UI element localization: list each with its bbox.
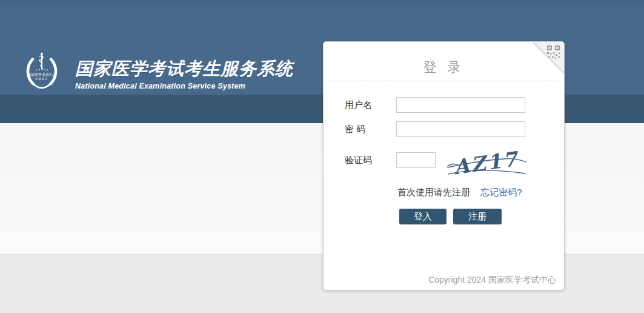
captcha-text: AZ17 [451, 147, 520, 178]
captcha-label: 验证码 [345, 152, 372, 168]
password-input[interactable] [396, 121, 525, 137]
qr-code-icon [546, 45, 561, 59]
site-title: 国家医学考试考生服务系统 [75, 57, 293, 81]
register-hint-text: 首次使用请先注册 [397, 187, 470, 197]
captcha-input[interactable] [396, 152, 436, 168]
copyright-text: Copyright 2024 国家医学考试中心 [428, 275, 556, 286]
password-label: 密 码 [345, 121, 365, 137]
nmec-emblem-logo: 国家医学考试中心 NMEC [22, 50, 62, 92]
logo-text-cn: 国家医学考试中心 [28, 73, 55, 77]
forgot-password-link[interactable]: 忘记密码? [480, 187, 522, 197]
login-title: 登 录 [324, 58, 564, 76]
divider [330, 81, 558, 81]
brand: 国家医学考试考生服务系统 National Medical Examinatio… [75, 57, 293, 90]
login-button[interactable]: 登入 [399, 209, 446, 224]
site-subtitle: National Medical Examination Service Sys… [75, 82, 293, 90]
logo-text-en: NMEC [35, 78, 48, 81]
hint-row: 首次使用请先注册 忘记密码? [397, 187, 522, 198]
username-input[interactable] [396, 97, 525, 113]
username-label: 用户名 [345, 97, 372, 113]
login-panel: 登 录 用户名 密 码 验证码 AZ17 首次使用请先注册 忘记密码? 登入 注… [323, 41, 565, 291]
captcha-image[interactable]: AZ17 [446, 146, 528, 178]
register-button[interactable]: 注册 [453, 209, 502, 224]
